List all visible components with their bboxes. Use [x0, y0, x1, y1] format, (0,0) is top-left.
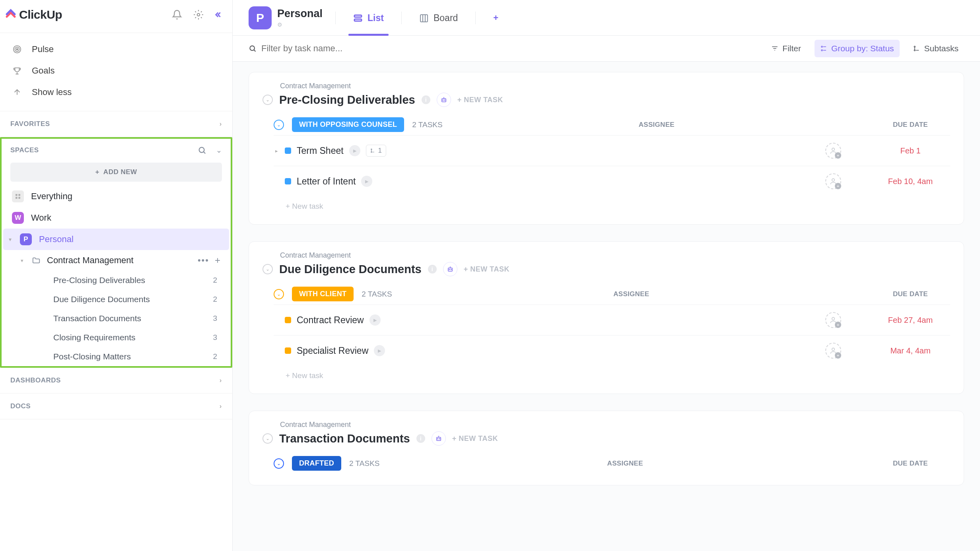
sidebar-list-item[interactable]: Post-Closing Matters2: [2, 347, 231, 366]
space-work[interactable]: W Work: [2, 207, 231, 229]
sidebar-list-item[interactable]: Pre-Closing Deliverables2: [2, 271, 231, 290]
tab-board[interactable]: Board: [414, 5, 463, 31]
status-pill[interactable]: WITH CLIENT: [292, 287, 354, 301]
due-date[interactable]: Feb 27, 4am: [871, 316, 950, 325]
nav-goals[interactable]: Goals: [0, 60, 232, 81]
section-spaces: SPACES ⌄ + ADD NEW Everything W Work ▾: [0, 137, 232, 368]
new-task-button[interactable]: + NEW TASK: [457, 96, 503, 104]
nav-showless[interactable]: Show less: [0, 81, 232, 103]
svg-point-22: [832, 148, 835, 151]
tab-list[interactable]: List: [348, 5, 389, 31]
play-icon[interactable]: ▶: [361, 176, 372, 187]
assignee-cell[interactable]: +: [801, 312, 865, 328]
svg-point-19: [444, 100, 445, 101]
add-task-button[interactable]: + New task: [274, 366, 950, 382]
dashboards-header[interactable]: DASHBOARDS ›: [0, 368, 232, 393]
info-icon[interactable]: i: [422, 95, 430, 104]
docs-header[interactable]: DOCS ›: [0, 394, 232, 419]
add-task-button[interactable]: + New task: [274, 196, 950, 213]
gear-icon[interactable]: ⚙: [277, 21, 323, 28]
task-status-icon[interactable]: [285, 147, 291, 154]
task-row[interactable]: Contract Review ▶ + Feb 27, 4am: [274, 305, 950, 335]
favorites-header[interactable]: FAVORITES ›: [0, 111, 232, 137]
task-status-icon[interactable]: [285, 178, 291, 184]
status-pill[interactable]: WITH OPPOSING COUNSEL: [292, 117, 404, 132]
status-pill[interactable]: DRAFTED: [292, 456, 341, 471]
task-status-icon[interactable]: [285, 317, 291, 323]
content: Contract Management ⌄ Pre-Closing Delive…: [233, 62, 980, 551]
assignee-placeholder-icon: +: [825, 343, 841, 359]
list-block: Contract Management ⌄ Pre-Closing Delive…: [249, 72, 964, 225]
collapse-icon[interactable]: ⌄: [274, 289, 284, 299]
new-task-button[interactable]: + NEW TASK: [464, 265, 509, 274]
info-icon[interactable]: i: [416, 434, 425, 443]
task-row[interactable]: Letter of Intent ▶ + Feb 10, 4am: [274, 166, 950, 196]
task-row[interactable]: ▸ Term Sheet ▶ 1 + Feb 1: [274, 135, 950, 166]
collapse-icon[interactable]: ⌄: [262, 433, 273, 444]
space-personal[interactable]: ▾ P Personal: [3, 229, 229, 250]
svg-point-20: [371, 149, 371, 149]
collapse-icon[interactable]: ⌄: [274, 458, 284, 469]
due-date[interactable]: Mar 4, 4am: [871, 346, 950, 355]
main: P Personal ⚙ List Board +: [233, 0, 980, 551]
task-status-icon[interactable]: [285, 347, 291, 354]
spaces-header[interactable]: SPACES ⌄: [2, 139, 231, 160]
collapse-icon[interactable]: ⌄: [262, 95, 273, 105]
add-new-space-button[interactable]: + ADD NEW: [10, 163, 222, 182]
search-icon[interactable]: [198, 146, 206, 155]
status-group: ⌄ DRAFTED 2 TASKS ASSIGNEE DUE DATE: [274, 454, 950, 474]
sidebar-list-item[interactable]: Due Diligence Documents2: [2, 290, 231, 309]
folder-contract-management[interactable]: ▾ Contract Management ••• +: [2, 250, 231, 271]
chevron-down-icon[interactable]: ⌄: [216, 146, 222, 155]
sidebar-list-item[interactable]: Closing Requirements3: [2, 328, 231, 347]
assignee-cell[interactable]: +: [801, 173, 865, 189]
list-title[interactable]: Due Diligence Documents: [279, 263, 422, 276]
plus-icon[interactable]: +: [215, 255, 220, 266]
bell-icon[interactable]: [172, 10, 182, 20]
task-row[interactable]: Specialist Review ▶ + Mar 4, 4am: [274, 335, 950, 366]
folder-breadcrumb[interactable]: Contract Management: [280, 251, 950, 260]
subtask-badge[interactable]: 1: [366, 145, 386, 157]
search-input[interactable]: [261, 43, 420, 54]
sidebar-list-item[interactable]: Transaction Documents3: [2, 309, 231, 328]
filter-button[interactable]: Filter: [766, 40, 807, 57]
collapse-icon[interactable]: ⌄: [274, 120, 284, 130]
due-date[interactable]: Feb 10, 4am: [871, 177, 950, 186]
assignee-cell[interactable]: +: [801, 343, 865, 359]
collapse-sidebar-icon[interactable]: [215, 10, 224, 19]
assignee-cell[interactable]: +: [801, 143, 865, 159]
svg-rect-9: [354, 15, 362, 17]
add-view-button[interactable]: +: [488, 13, 503, 23]
folder-breadcrumb[interactable]: Contract Management: [280, 421, 950, 429]
info-icon[interactable]: i: [428, 265, 437, 274]
list-title[interactable]: Pre-Closing Deliverables: [279, 93, 415, 107]
caret-down-icon: ▾: [21, 258, 25, 264]
space-everything[interactable]: Everything: [2, 186, 231, 207]
nav-pulse[interactable]: Pulse: [0, 39, 232, 60]
groupby-button[interactable]: Group by: Status: [815, 40, 900, 57]
svg-point-12: [250, 46, 255, 50]
due-date[interactable]: Feb 1: [871, 146, 950, 155]
task-count: 2 TASKS: [349, 459, 379, 468]
play-icon[interactable]: ▶: [349, 145, 360, 156]
play-icon[interactable]: ▶: [369, 314, 381, 326]
breadcrumb-space[interactable]: P Personal ⚙: [249, 6, 323, 29]
logo[interactable]: ClickUp: [5, 8, 62, 21]
new-task-button[interactable]: + NEW TASK: [452, 435, 498, 443]
subtasks-button[interactable]: Subtasks: [908, 40, 964, 57]
play-icon[interactable]: ▶: [374, 345, 385, 356]
column-due-date: DUE DATE: [871, 290, 950, 298]
collapse-icon[interactable]: ⌄: [262, 264, 273, 274]
gear-icon[interactable]: [193, 10, 204, 20]
board-icon: [419, 14, 429, 23]
automation-icon[interactable]: [443, 262, 457, 276]
caret-right-icon[interactable]: ▸: [274, 148, 279, 154]
more-icon[interactable]: •••: [198, 255, 209, 266]
list-title[interactable]: Transaction Documents: [279, 432, 410, 445]
automation-icon[interactable]: [432, 431, 446, 446]
folder-breadcrumb[interactable]: Contract Management: [280, 82, 950, 90]
add-new-label: ADD NEW: [103, 168, 137, 176]
task-name: Term Sheet: [297, 146, 344, 156]
automation-icon[interactable]: [437, 93, 451, 107]
svg-rect-6: [18, 194, 20, 196]
